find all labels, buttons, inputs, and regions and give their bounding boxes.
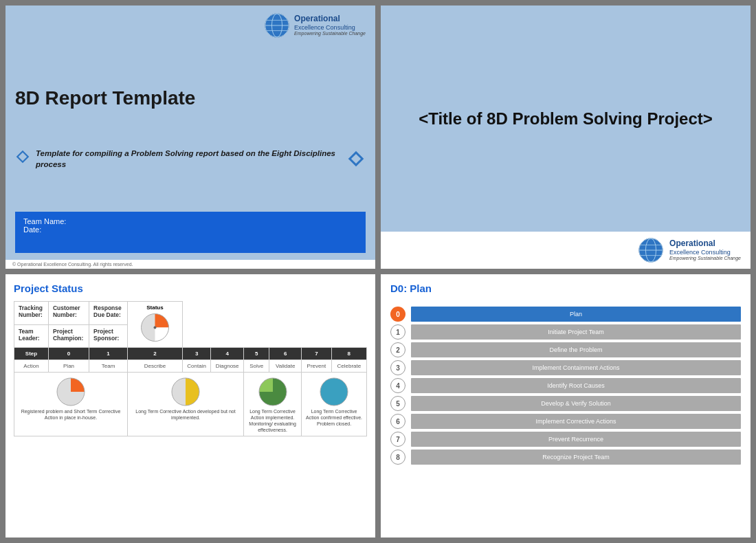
step-header-1: 1: [89, 348, 128, 360]
d0-step-4: 4 Identify Root Causes: [390, 378, 741, 393]
action-celebrate: Celebrate: [331, 360, 366, 373]
slide-3-project-status: Project Status Tracking Number: Customer…: [5, 274, 375, 538]
table-row-actions: Action Plan Team Describe Contain Diagno…: [14, 360, 367, 373]
status-pie-chart: [140, 312, 170, 343]
d0-plan-title: D0: Plan: [390, 282, 741, 294]
tracking-label: Tracking Number:: [14, 302, 49, 325]
pie-chart-4: [319, 377, 349, 407]
logo-brand: Operational: [294, 14, 366, 23]
response-label: Response Due Date:: [89, 302, 128, 325]
customer-label: Customer Number:: [48, 302, 89, 325]
diamond-icon-left: [15, 149, 30, 164]
slide1-subtitle: Template for compiling a Problem Solving…: [36, 148, 341, 170]
slide-1-report-template: Operational Excellence Consulting Empowe…: [5, 5, 375, 269]
logo-brand-s2: Operational: [669, 239, 741, 248]
step-circle-4: 4: [390, 378, 405, 393]
step-header-6: 6: [269, 348, 302, 360]
slide1-footer: © Operational Excellence Consulting. All…: [5, 260, 375, 269]
step-bar-4: Identify Root Causes: [411, 378, 741, 393]
step-circle-0: 0: [390, 307, 405, 322]
action-solve: Solve: [244, 360, 269, 373]
slide2-project-title: <Title of 8D Problem Solving Project>: [419, 109, 713, 129]
step-bar-1: Initiate Project Team: [411, 324, 741, 340]
step-header-7: 7: [302, 348, 332, 360]
slide1-subtitle-row: Template for compiling a Problem Solving…: [15, 148, 366, 170]
action-prevent: Prevent: [302, 360, 332, 373]
slide1-logo-area: Operational Excellence Consulting Empowe…: [15, 12, 366, 38]
step-header-step: Step: [14, 348, 49, 360]
d0-step-0: 0 Plan: [390, 307, 741, 322]
d0-step-2: 2 Define the Problem: [390, 342, 741, 357]
slide-2-project-title: <Title of 8D Problem Solving Project> Op…: [381, 5, 751, 269]
pie3-cell: Long Term Corrective Action implemented.…: [244, 373, 302, 436]
sponsor-label: Project Sponsor:: [89, 324, 128, 348]
team-name-label: Team Name:: [23, 217, 357, 225]
step-circle-7: 7: [390, 432, 405, 447]
slide-4-d0-plan: D0: Plan 0 Plan 1 Initiate Project Team …: [381, 274, 751, 538]
step-circle-2: 2: [390, 342, 405, 357]
slide1-main-title: 8D Report Template: [15, 87, 366, 109]
slide1-info-box: Team Name: Date:: [15, 212, 366, 253]
pie2-cell: Long Term Corrective Action developed bu…: [127, 373, 243, 436]
pie1-desc: Registered problem and Short Term Correc…: [17, 408, 124, 421]
d0-step-5: 5 Develop & Verify Solution: [390, 396, 741, 411]
status-table: Tracking Number: Customer Number: Respon…: [14, 301, 367, 436]
pie3-desc: Long Term Corrective Action implemented.…: [247, 408, 298, 433]
d0-steps-container: 0 Plan 1 Initiate Project Team 2 Define …: [390, 307, 741, 465]
action-describe: Describe: [127, 360, 182, 373]
table-row-tracking: Tracking Number: Customer Number: Respon…: [14, 302, 367, 325]
step-circle-8: 8: [390, 450, 405, 465]
action-plan: Plan: [48, 360, 89, 373]
logo-line2: Excellence Consulting: [294, 24, 366, 32]
d0-step-1: 1 Initiate Project Team: [390, 324, 741, 340]
table-row-steps: Step 0 1 2 3 4 5 6 7 8: [14, 348, 367, 360]
pie1-cell: Registered problem and Short Term Correc…: [14, 373, 128, 436]
globe-icon-slide2: [638, 237, 664, 263]
step-header-5: 5: [244, 348, 269, 360]
diamond-icon-right: [346, 149, 366, 168]
logo-text-slide2: Operational Excellence Consulting Empowe…: [669, 239, 741, 262]
step-circle-1: 1: [390, 324, 405, 340]
svg-point-18: [153, 326, 156, 329]
pie2-desc: Long Term Corrective Action developed bu…: [131, 408, 241, 421]
step-bar-6: Implement Corrective Actions: [411, 414, 741, 429]
table-row-pie-charts: Registered problem and Short Term Correc…: [14, 373, 367, 436]
step-header-4: 4: [211, 348, 244, 360]
logo-text: Operational Excellence Consulting Empowe…: [294, 14, 366, 37]
step-bar-5: Develop & Verify Solution: [411, 396, 741, 411]
d0-step-8: 8 Recognize Project Team: [390, 450, 741, 465]
slide1-top: Operational Excellence Consulting Empowe…: [5, 5, 375, 260]
logo-line3-s2: Empowering Sustainable Change: [669, 256, 741, 261]
d0-step-7: 7 Prevent Recurrence: [390, 432, 741, 447]
status-label: Status: [132, 304, 178, 311]
step-header-8: 8: [331, 348, 366, 360]
d0-step-3: 3 Implement Containment Actions: [390, 360, 741, 375]
action-diagnose: Diagnose: [211, 360, 244, 373]
action-validate: Validate: [269, 360, 302, 373]
project-status-title: Project Status: [14, 282, 367, 294]
globe-icon: [264, 12, 290, 38]
pie4-cell: Long Term Corrective Action confirmed ef…: [302, 373, 367, 436]
step-header-0: 0: [48, 348, 89, 360]
step-circle-3: 3: [390, 360, 405, 375]
logo-line3: Empowering Sustainable Change: [294, 31, 366, 36]
slide2-blue-area: <Title of 8D Problem Solving Project>: [381, 5, 751, 232]
slide2-bottom-area: Operational Excellence Consulting Empowe…: [381, 232, 751, 269]
d0-step-6: 6 Implement Corrective Actions: [390, 414, 741, 429]
action-team: Team: [89, 360, 128, 373]
step-bar-2: Define the Problem: [411, 342, 741, 357]
step-bar-0: Plan: [411, 307, 741, 322]
pie4-desc: Long Term Corrective Action confirmed ef…: [304, 408, 364, 427]
pie-chart-3: [258, 377, 288, 407]
step-header-3: 3: [182, 348, 210, 360]
step-bar-3: Implement Containment Actions: [411, 360, 741, 375]
champion-label: Project Champion:: [48, 324, 89, 348]
pie-chart-2: [170, 377, 201, 407]
step-bar-7: Prevent Recurrence: [411, 432, 741, 447]
date-label: Date:: [23, 225, 357, 234]
step-bar-8: Recognize Project Team: [411, 450, 741, 465]
step-circle-5: 5: [390, 396, 405, 411]
action-contain: Contain: [182, 360, 210, 373]
logo-line2-s2: Excellence Consulting: [669, 249, 741, 256]
status-pie-cell: Status: [127, 302, 182, 348]
